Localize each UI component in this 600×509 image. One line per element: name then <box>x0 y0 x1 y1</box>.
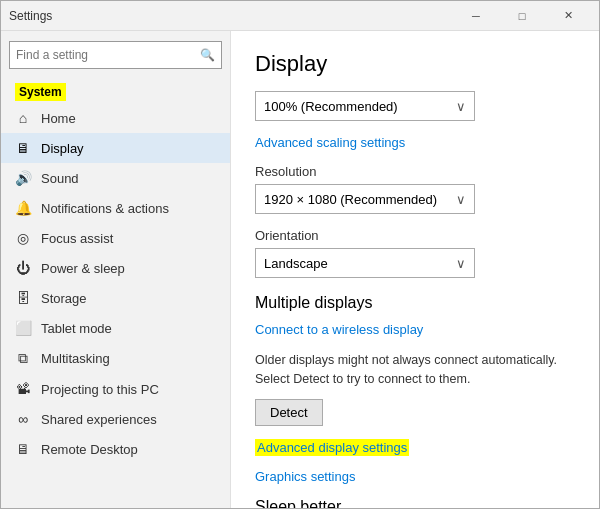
multitasking-icon: ⧉ <box>15 350 31 367</box>
window-controls: ─ □ ✕ <box>453 1 591 31</box>
sound-icon: 🔊 <box>15 170 31 186</box>
page-title: Display <box>255 51 575 77</box>
sidebar-item-label: Notifications & actions <box>41 201 169 216</box>
connect-wireless-link[interactable]: Connect to a wireless display <box>255 322 575 337</box>
chevron-down-icon: ∨ <box>456 192 466 207</box>
resolution-label: Resolution <box>255 164 575 179</box>
window-title: Settings <box>9 9 453 23</box>
main-content: 🔍 System ⌂ Home 🖥 Display 🔊 Sound 🔔 Noti… <box>1 31 599 508</box>
sidebar-item-label: Sound <box>41 171 79 186</box>
sidebar-item-projecting[interactable]: 📽 Projecting to this PC <box>1 374 230 404</box>
tablet-icon: ⬜ <box>15 320 31 336</box>
chevron-down-icon: ∨ <box>456 256 466 271</box>
advanced-scaling-link[interactable]: Advanced scaling settings <box>255 135 575 150</box>
sidebar-item-label: Home <box>41 111 76 126</box>
scale-dropdown[interactable]: 100% (Recommended) ∨ <box>255 91 475 121</box>
scale-group: 100% (Recommended) ∨ <box>255 91 575 121</box>
focus-icon: ◎ <box>15 230 31 246</box>
projecting-icon: 📽 <box>15 381 31 397</box>
multiple-displays-header: Multiple displays <box>255 294 575 312</box>
titlebar: Settings ─ □ ✕ <box>1 1 599 31</box>
sidebar-item-storage[interactable]: 🗄 Storage <box>1 283 230 313</box>
close-button[interactable]: ✕ <box>545 1 591 31</box>
sleep-header: Sleep better <box>255 498 575 509</box>
remote-icon: 🖥 <box>15 441 31 457</box>
sidebar-item-multitasking[interactable]: ⧉ Multitasking <box>1 343 230 374</box>
sidebar-item-sound[interactable]: 🔊 Sound <box>1 163 230 193</box>
resolution-value: 1920 × 1080 (Recommended) <box>264 192 437 207</box>
sidebar-item-label: Multitasking <box>41 351 110 366</box>
sidebar-item-label: Display <box>41 141 84 156</box>
sidebar-item-display[interactable]: 🖥 Display <box>1 133 230 163</box>
detect-button[interactable]: Detect <box>255 399 323 426</box>
detect-description: Older displays might not always connect … <box>255 351 575 389</box>
display-icon: 🖥 <box>15 140 31 156</box>
search-box[interactable]: 🔍 <box>9 41 222 69</box>
minimize-button[interactable]: ─ <box>453 1 499 31</box>
sidebar-item-label: Focus assist <box>41 231 113 246</box>
sidebar-item-focus[interactable]: ◎ Focus assist <box>1 223 230 253</box>
orientation-value: Landscape <box>264 256 328 271</box>
search-icon: 🔍 <box>200 48 215 62</box>
resolution-dropdown[interactable]: 1920 × 1080 (Recommended) ∨ <box>255 184 475 214</box>
home-icon: ⌂ <box>15 110 31 126</box>
maximize-button[interactable]: □ <box>499 1 545 31</box>
power-icon: ⏻ <box>15 260 31 276</box>
search-container: 🔍 <box>1 31 230 79</box>
sidebar-item-label: Remote Desktop <box>41 442 138 457</box>
sidebar-item-remote[interactable]: 🖥 Remote Desktop <box>1 434 230 464</box>
sidebar-item-label: Projecting to this PC <box>41 382 159 397</box>
settings-window: Settings ─ □ ✕ 🔍 System ⌂ Home � <box>0 0 600 509</box>
sidebar-item-label: Power & sleep <box>41 261 125 276</box>
sidebar-item-power[interactable]: ⏻ Power & sleep <box>1 253 230 283</box>
sidebar-item-home[interactable]: ⌂ Home <box>1 103 230 133</box>
sidebar-item-shared[interactable]: ∞ Shared experiences <box>1 404 230 434</box>
orientation-label: Orientation <box>255 228 575 243</box>
chevron-down-icon: ∨ <box>456 99 466 114</box>
sidebar-item-label: Shared experiences <box>41 412 157 427</box>
sidebar-section-system: System <box>1 79 230 103</box>
sidebar-item-label: Tablet mode <box>41 321 112 336</box>
sidebar-item-notifications[interactable]: 🔔 Notifications & actions <box>1 193 230 223</box>
notifications-icon: 🔔 <box>15 200 31 216</box>
sidebar-item-label: Storage <box>41 291 87 306</box>
advanced-display-link[interactable]: Advanced display settings <box>255 440 575 455</box>
sidebar: 🔍 System ⌂ Home 🖥 Display 🔊 Sound 🔔 Noti… <box>1 31 231 508</box>
orientation-dropdown[interactable]: Landscape ∨ <box>255 248 475 278</box>
shared-icon: ∞ <box>15 411 31 427</box>
sidebar-item-tablet[interactable]: ⬜ Tablet mode <box>1 313 230 343</box>
graphics-settings-link[interactable]: Graphics settings <box>255 469 575 484</box>
content-area: Display 100% (Recommended) ∨ Advanced sc… <box>231 31 599 508</box>
orientation-group: Orientation Landscape ∨ <box>255 228 575 278</box>
search-input[interactable] <box>16 48 194 62</box>
storage-icon: 🗄 <box>15 290 31 306</box>
scale-value: 100% (Recommended) <box>264 99 398 114</box>
resolution-group: Resolution 1920 × 1080 (Recommended) ∨ <box>255 164 575 214</box>
